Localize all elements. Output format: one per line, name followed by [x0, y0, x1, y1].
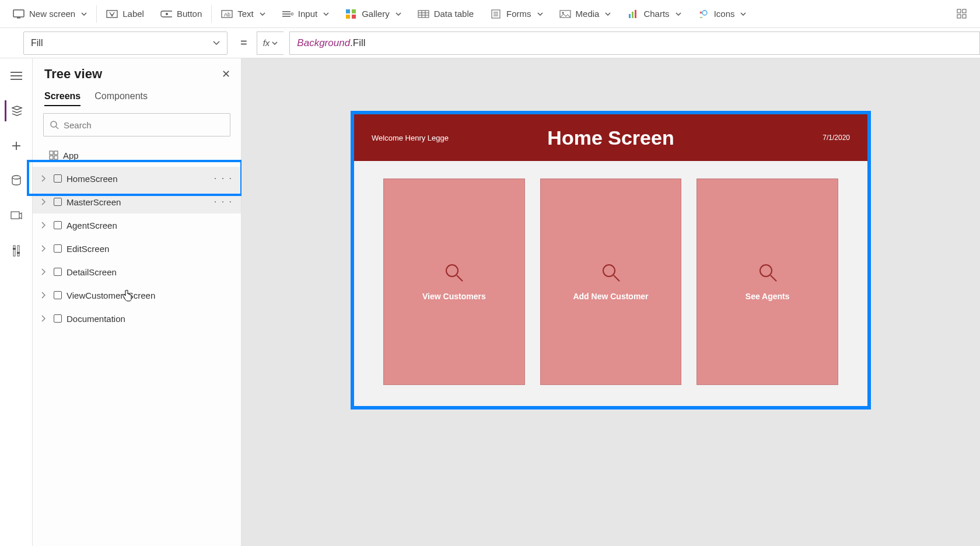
- svg-rect-2: [107, 10, 117, 18]
- tools-rail-button[interactable]: [5, 240, 28, 261]
- svg-rect-13: [346, 15, 350, 19]
- svg-rect-26: [629, 14, 631, 18]
- label-label: Label: [123, 9, 144, 19]
- canvas-area: Welcome Henry Legge Home Screen 7/1/2020…: [242, 58, 980, 546]
- svg-rect-31: [957, 15, 961, 18]
- tree-search[interactable]: [43, 113, 230, 136]
- more-icon[interactable]: · · ·: [214, 197, 233, 207]
- formula-property: .Fill: [350, 37, 365, 49]
- chevron-right-icon: [41, 314, 49, 324]
- new-screen-label: New screen: [29, 9, 75, 19]
- screen-icon: [54, 268, 62, 276]
- screen-icon: [54, 291, 62, 299]
- hamburger-button[interactable]: [5, 65, 28, 86]
- tree-item-detailscreen[interactable]: DetailScreen· · ·: [33, 260, 241, 284]
- close-icon[interactable]: ✕: [222, 68, 230, 80]
- svg-rect-27: [632, 12, 634, 18]
- icons-button[interactable]: Icons: [690, 0, 755, 28]
- tree-item-label: EditScreen: [66, 244, 109, 254]
- chevron-right-icon: [41, 267, 49, 277]
- tree-item-documentation[interactable]: Documentation· · ·: [33, 307, 241, 330]
- insert-rail-button[interactable]: [5, 135, 28, 156]
- tab-screens[interactable]: Screens: [44, 91, 80, 106]
- svg-rect-49: [54, 156, 58, 159]
- chevron-right-icon: [41, 197, 49, 207]
- separator: [96, 5, 97, 23]
- chevron-down-icon: [676, 12, 681, 16]
- svg-rect-28: [635, 10, 636, 18]
- svg-rect-40: [13, 246, 15, 256]
- property-selector[interactable]: Fill: [23, 32, 228, 55]
- tree-item-homescreen[interactable]: HomeScreen· · ·: [33, 167, 241, 190]
- new-screen-button[interactable]: New screen: [5, 0, 95, 28]
- left-rail: [0, 58, 33, 546]
- svg-rect-47: [54, 151, 58, 155]
- svg-rect-1: [17, 18, 20, 19]
- tree-view-rail-button[interactable]: [5, 100, 28, 121]
- input-label: Input: [298, 9, 317, 19]
- screen-date: 7/1/2020: [822, 134, 850, 142]
- svg-rect-46: [50, 151, 53, 155]
- fx-button[interactable]: fx: [257, 32, 284, 55]
- card-view-customers[interactable]: View Customers: [383, 178, 525, 385]
- svg-rect-11: [346, 9, 350, 13]
- card-label: Add New Customer: [573, 292, 648, 301]
- tree-view-title: Tree view: [44, 66, 102, 82]
- screen-title: Home Screen: [547, 127, 674, 149]
- svg-rect-43: [17, 252, 20, 254]
- svg-rect-24: [560, 10, 570, 18]
- screen-icon: [54, 174, 62, 183]
- icons-label: Icons: [714, 9, 735, 19]
- gallery-button[interactable]: Gallery: [337, 0, 410, 28]
- media-button[interactable]: Media: [551, 0, 620, 28]
- card-add-new-customer[interactable]: Add New Customer: [540, 178, 682, 385]
- tree-item-editscreen[interactable]: EditScreen· · ·: [33, 237, 241, 260]
- tree-item-label: Documentation: [66, 314, 125, 324]
- svg-point-50: [446, 265, 458, 276]
- app-icon: [49, 150, 58, 160]
- card-label: View Customers: [422, 292, 486, 301]
- label-button[interactable]: Label: [98, 0, 152, 28]
- tree-item-viewcustomersscreen[interactable]: ViewCustomersScreen· · ·: [33, 284, 241, 307]
- data-rail-button[interactable]: [5, 170, 28, 191]
- chevron-down-icon: [740, 12, 746, 16]
- screen-icon: [54, 244, 62, 253]
- screen-icon: [54, 198, 62, 206]
- tree-item-label: App: [63, 150, 79, 160]
- welcome-text: Welcome Henry Legge: [372, 134, 449, 142]
- search-icon: [758, 262, 778, 282]
- chevron-right-icon: [41, 290, 49, 300]
- svg-rect-42: [13, 248, 16, 250]
- search-input[interactable]: [64, 120, 224, 130]
- tree-item-masterscreen[interactable]: MasterScreen· · ·: [33, 190, 241, 214]
- charts-icon: [627, 8, 639, 20]
- svg-rect-14: [352, 15, 356, 19]
- screen-selection[interactable]: Welcome Henry Legge Home Screen 7/1/2020…: [351, 111, 871, 410]
- forms-button[interactable]: Forms: [482, 0, 551, 28]
- button-label: Button: [177, 9, 202, 19]
- button-button[interactable]: Button: [152, 0, 210, 28]
- text-label: Text: [237, 9, 254, 19]
- charts-button[interactable]: Charts: [619, 0, 689, 28]
- tree-item-app[interactable]: App· · ·: [33, 144, 241, 167]
- input-button[interactable]: Input: [274, 0, 337, 28]
- media-rail-button[interactable]: [5, 205, 28, 226]
- text-button[interactable]: Ab Text: [213, 0, 274, 28]
- card-see-agents[interactable]: See Agents: [696, 178, 838, 385]
- data-table-label: Data table: [434, 9, 474, 19]
- formula-input[interactable]: Background.Fill: [289, 32, 980, 55]
- formula-reference: Background: [297, 37, 350, 49]
- fx-label: fx: [263, 38, 270, 48]
- tab-components[interactable]: Components: [94, 91, 148, 106]
- data-table-button[interactable]: Data table: [410, 0, 482, 28]
- more-icon[interactable]: · · ·: [214, 173, 233, 184]
- svg-line-53: [614, 275, 620, 281]
- search-icon: [50, 120, 59, 130]
- grid-snap-button[interactable]: [949, 0, 975, 28]
- charts-label: Charts: [643, 9, 669, 19]
- tree-item-agentscreen[interactable]: AgentScreen· · ·: [33, 214, 241, 237]
- insert-ribbon: New screen Label Button Ab Text Input Ga…: [0, 0, 980, 28]
- chevron-down-icon: [81, 12, 87, 16]
- tree-item-label: HomeScreen: [66, 174, 118, 184]
- svg-rect-48: [50, 156, 53, 159]
